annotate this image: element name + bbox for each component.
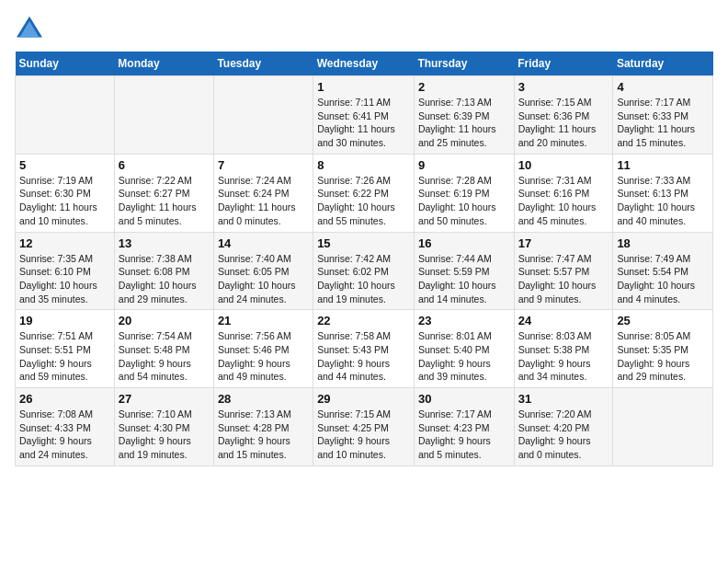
calendar-cell: 14Sunrise: 7:40 AM Sunset: 6:05 PM Dayli… <box>213 232 313 310</box>
day-info: Sunrise: 8:01 AM Sunset: 5:40 PM Dayligh… <box>418 329 510 384</box>
day-info: Sunrise: 7:17 AM Sunset: 6:33 PM Dayligh… <box>617 96 709 150</box>
calendar-cell: 9Sunrise: 7:28 AM Sunset: 6:19 PM Daylig… <box>414 154 514 232</box>
calendar-cell: 29Sunrise: 7:15 AM Sunset: 4:25 PM Dayli… <box>313 388 415 466</box>
calendar-cell: 13Sunrise: 7:38 AM Sunset: 6:08 PM Dayli… <box>114 232 213 310</box>
day-info: Sunrise: 7:15 AM Sunset: 6:36 PM Dayligh… <box>518 96 609 150</box>
day-info: Sunrise: 8:05 AM Sunset: 5:35 PM Dayligh… <box>617 329 709 384</box>
week-row-1: 1Sunrise: 7:11 AM Sunset: 6:41 PM Daylig… <box>16 76 713 155</box>
calendar-cell: 5Sunrise: 7:19 AM Sunset: 6:30 PM Daylig… <box>16 154 115 232</box>
day-info: Sunrise: 7:19 AM Sunset: 6:30 PM Dayligh… <box>19 174 110 228</box>
calendar-cell: 28Sunrise: 7:13 AM Sunset: 4:28 PM Dayli… <box>213 388 313 466</box>
calendar-cell: 24Sunrise: 8:03 AM Sunset: 5:38 PM Dayli… <box>514 310 613 388</box>
day-info: Sunrise: 7:17 AM Sunset: 4:23 PM Dayligh… <box>418 408 510 462</box>
day-info: Sunrise: 8:03 AM Sunset: 5:38 PM Dayligh… <box>518 329 609 384</box>
day-number: 24 <box>518 314 609 327</box>
day-number: 6 <box>119 158 210 172</box>
day-number: 25 <box>617 314 709 327</box>
calendar-cell: 16Sunrise: 7:44 AM Sunset: 5:59 PM Dayli… <box>414 232 514 310</box>
logo <box>15 15 48 40</box>
day-number: 4 <box>617 80 709 94</box>
weekday-row: SundayMondayTuesdayWednesdayThursdayFrid… <box>16 52 713 76</box>
week-row-3: 12Sunrise: 7:35 AM Sunset: 6:10 PM Dayli… <box>16 232 713 310</box>
weekday-header-thursday: Thursday <box>414 52 514 76</box>
day-info: Sunrise: 7:56 AM Sunset: 5:46 PM Dayligh… <box>218 329 309 384</box>
calendar-cell: 26Sunrise: 7:08 AM Sunset: 4:33 PM Dayli… <box>16 388 115 466</box>
calendar-cell <box>16 76 115 155</box>
calendar-cell: 11Sunrise: 7:33 AM Sunset: 6:13 PM Dayli… <box>613 154 713 232</box>
day-info: Sunrise: 7:31 AM Sunset: 6:16 PM Dayligh… <box>518 174 609 228</box>
day-number: 1 <box>317 80 410 94</box>
calendar-body: 1Sunrise: 7:11 AM Sunset: 6:41 PM Daylig… <box>16 76 713 466</box>
calendar-header: SundayMondayTuesdayWednesdayThursdayFrid… <box>16 52 713 76</box>
day-info: Sunrise: 7:42 AM Sunset: 6:02 PM Dayligh… <box>317 252 410 306</box>
weekday-header-friday: Friday <box>514 52 613 76</box>
day-info: Sunrise: 7:22 AM Sunset: 6:27 PM Dayligh… <box>119 174 210 228</box>
day-number: 30 <box>418 392 510 406</box>
calendar-cell: 8Sunrise: 7:26 AM Sunset: 6:22 PM Daylig… <box>313 154 415 232</box>
day-number: 10 <box>518 158 609 172</box>
logo-icon <box>15 15 44 40</box>
day-number: 31 <box>518 392 609 406</box>
page-header <box>15 15 713 40</box>
day-number: 9 <box>418 158 510 172</box>
day-number: 28 <box>218 392 309 406</box>
calendar-cell: 2Sunrise: 7:13 AM Sunset: 6:39 PM Daylig… <box>414 76 514 155</box>
calendar-cell: 17Sunrise: 7:47 AM Sunset: 5:57 PM Dayli… <box>514 232 613 310</box>
day-info: Sunrise: 7:54 AM Sunset: 5:48 PM Dayligh… <box>119 329 210 384</box>
day-info: Sunrise: 7:11 AM Sunset: 6:41 PM Dayligh… <box>317 96 410 150</box>
day-number: 20 <box>119 314 210 327</box>
day-info: Sunrise: 7:13 AM Sunset: 4:28 PM Dayligh… <box>218 408 309 462</box>
day-info: Sunrise: 7:40 AM Sunset: 6:05 PM Dayligh… <box>218 252 309 306</box>
calendar-cell: 15Sunrise: 7:42 AM Sunset: 6:02 PM Dayli… <box>313 232 415 310</box>
day-number: 22 <box>317 314 410 327</box>
day-number: 17 <box>518 236 609 250</box>
day-info: Sunrise: 7:13 AM Sunset: 6:39 PM Dayligh… <box>418 96 510 150</box>
calendar-cell: 30Sunrise: 7:17 AM Sunset: 4:23 PM Dayli… <box>414 388 514 466</box>
day-info: Sunrise: 7:26 AM Sunset: 6:22 PM Dayligh… <box>317 174 410 228</box>
calendar-cell: 18Sunrise: 7:49 AM Sunset: 5:54 PM Dayli… <box>613 232 713 310</box>
calendar-cell: 19Sunrise: 7:51 AM Sunset: 5:51 PM Dayli… <box>16 310 115 388</box>
weekday-header-wednesday: Wednesday <box>313 52 415 76</box>
day-number: 26 <box>19 392 110 406</box>
day-number: 14 <box>218 236 309 250</box>
weekday-header-tuesday: Tuesday <box>213 52 313 76</box>
day-number: 11 <box>617 158 709 172</box>
week-row-5: 26Sunrise: 7:08 AM Sunset: 4:33 PM Dayli… <box>16 388 713 466</box>
calendar-cell: 25Sunrise: 8:05 AM Sunset: 5:35 PM Dayli… <box>613 310 713 388</box>
calendar-cell <box>613 388 713 466</box>
day-number: 23 <box>418 314 510 327</box>
day-number: 12 <box>19 236 110 250</box>
calendar-cell: 1Sunrise: 7:11 AM Sunset: 6:41 PM Daylig… <box>313 76 415 155</box>
day-number: 27 <box>119 392 210 406</box>
day-info: Sunrise: 7:49 AM Sunset: 5:54 PM Dayligh… <box>617 252 709 306</box>
week-row-2: 5Sunrise: 7:19 AM Sunset: 6:30 PM Daylig… <box>16 154 713 232</box>
day-info: Sunrise: 7:35 AM Sunset: 6:10 PM Dayligh… <box>19 252 110 306</box>
calendar-cell: 20Sunrise: 7:54 AM Sunset: 5:48 PM Dayli… <box>114 310 213 388</box>
day-number: 3 <box>518 80 609 94</box>
calendar-cell: 7Sunrise: 7:24 AM Sunset: 6:24 PM Daylig… <box>213 154 313 232</box>
day-info: Sunrise: 7:10 AM Sunset: 4:30 PM Dayligh… <box>119 408 210 462</box>
day-number: 2 <box>418 80 510 94</box>
calendar-cell: 6Sunrise: 7:22 AM Sunset: 6:27 PM Daylig… <box>114 154 213 232</box>
day-info: Sunrise: 7:47 AM Sunset: 5:57 PM Dayligh… <box>518 252 609 306</box>
weekday-header-sunday: Sunday <box>16 52 115 76</box>
calendar-cell <box>213 76 313 155</box>
day-number: 18 <box>617 236 709 250</box>
day-info: Sunrise: 7:33 AM Sunset: 6:13 PM Dayligh… <box>617 174 709 228</box>
day-info: Sunrise: 7:28 AM Sunset: 6:19 PM Dayligh… <box>418 174 510 228</box>
day-info: Sunrise: 7:15 AM Sunset: 4:25 PM Dayligh… <box>317 408 410 462</box>
day-number: 7 <box>218 158 309 172</box>
calendar-cell: 12Sunrise: 7:35 AM Sunset: 6:10 PM Dayli… <box>16 232 115 310</box>
calendar-cell: 21Sunrise: 7:56 AM Sunset: 5:46 PM Dayli… <box>213 310 313 388</box>
day-info: Sunrise: 7:58 AM Sunset: 5:43 PM Dayligh… <box>317 329 410 384</box>
day-info: Sunrise: 7:38 AM Sunset: 6:08 PM Dayligh… <box>119 252 210 306</box>
day-number: 21 <box>218 314 309 327</box>
day-info: Sunrise: 7:08 AM Sunset: 4:33 PM Dayligh… <box>19 408 110 462</box>
calendar-cell: 22Sunrise: 7:58 AM Sunset: 5:43 PM Dayli… <box>313 310 415 388</box>
day-number: 16 <box>418 236 510 250</box>
calendar-cell: 10Sunrise: 7:31 AM Sunset: 6:16 PM Dayli… <box>514 154 613 232</box>
day-info: Sunrise: 7:20 AM Sunset: 4:20 PM Dayligh… <box>518 408 609 462</box>
calendar-table: SundayMondayTuesdayWednesdayThursdayFrid… <box>15 52 713 466</box>
weekday-header-saturday: Saturday <box>613 52 713 76</box>
calendar-cell: 4Sunrise: 7:17 AM Sunset: 6:33 PM Daylig… <box>613 76 713 155</box>
